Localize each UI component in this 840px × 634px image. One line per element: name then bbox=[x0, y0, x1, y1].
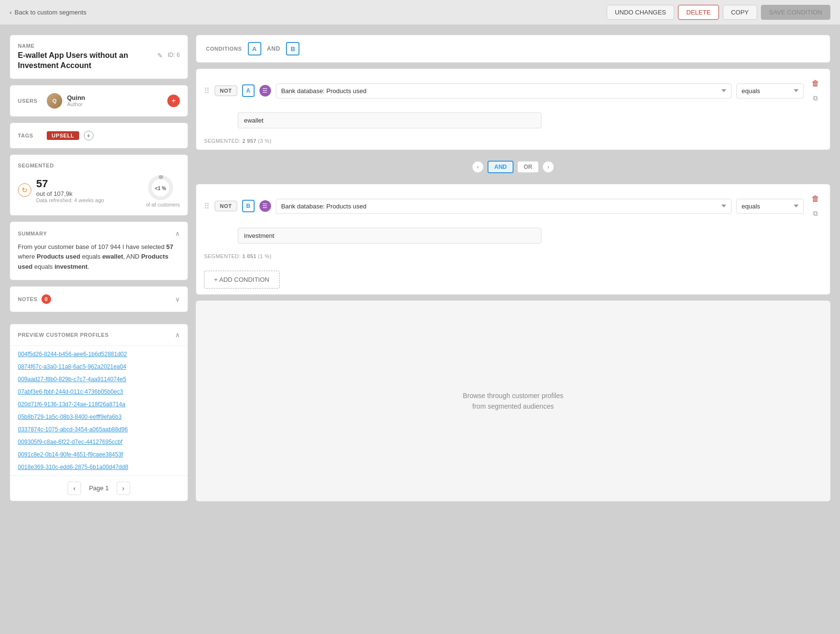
preview-collapse-icon[interactable]: ∧ bbox=[175, 331, 180, 339]
add-condition-button[interactable]: + ADD CONDITION bbox=[204, 271, 280, 289]
profile-link[interactable]: 0091c8e2-0b14-90fe-4651-f9caee38453f bbox=[10, 448, 188, 461]
copy-condition-b-button[interactable]: ⧉ bbox=[809, 207, 822, 220]
badge-b: B bbox=[242, 200, 255, 212]
summary-field1: Products used bbox=[37, 253, 80, 260]
seg-count: 57 bbox=[36, 178, 104, 190]
profile-list: 004f5d26-8244-b456-aee6-1b6d52881d020874… bbox=[10, 346, 188, 475]
users-label: USERS bbox=[18, 98, 42, 104]
summary-collapse-icon[interactable]: ∧ bbox=[175, 230, 180, 237]
profile-link[interactable]: 009aad27-f8b0-829b-c7c7-4aa9114074e5 bbox=[10, 373, 188, 386]
operator-select-a[interactable]: equals bbox=[736, 83, 804, 98]
seg-desc: of all customers bbox=[146, 202, 180, 207]
db-field-select-a[interactable]: Bank database: Products used bbox=[276, 83, 732, 98]
refresh-icon[interactable]: ↻ bbox=[18, 183, 31, 197]
notes-label: NOTES bbox=[18, 296, 38, 302]
prev-connector-button[interactable]: ‹ bbox=[472, 161, 484, 173]
segmented-info-b: SEGMENTED: 1 051 (1 %) bbox=[196, 249, 830, 265]
delete-condition-a-button[interactable]: 🗑 bbox=[809, 77, 822, 90]
operator-select-b[interactable]: equals bbox=[736, 199, 804, 214]
profile-link[interactable]: 020d71f6-9136-13d7-24ae-118f26a8714a bbox=[10, 398, 188, 411]
add-user-button[interactable]: + bbox=[167, 95, 180, 107]
not-button-a[interactable]: NOT bbox=[215, 85, 237, 96]
copy-condition-a-button[interactable]: ⧉ bbox=[809, 91, 822, 105]
value-input-b[interactable] bbox=[238, 228, 542, 244]
segmented-text-a: SEGMENTED: bbox=[204, 138, 241, 144]
avatar: Q bbox=[47, 93, 62, 109]
pagination: ‹ Page 1 › bbox=[10, 475, 188, 501]
user-name: Quinn bbox=[67, 94, 163, 101]
action-btns-b: 🗑 ⧉ bbox=[809, 192, 822, 220]
and-or-connector: ‹ AND OR › bbox=[196, 156, 830, 178]
left-panel: NAME E-wallet App Users without an Inves… bbox=[10, 35, 188, 501]
avatar-image: Q bbox=[47, 93, 62, 109]
or-button[interactable]: OR bbox=[517, 161, 539, 173]
and-button[interactable]: AND bbox=[488, 161, 514, 173]
back-link[interactable]: ‹ Back to custom segments bbox=[10, 9, 86, 16]
summary-val1: ewallet bbox=[102, 253, 123, 260]
profile-link[interactable]: 07abf3e6-fbbf-244d-011c-4736b05b0ec3 bbox=[10, 386, 188, 398]
preview-title: PREVIEW CUSTOMER PROFILES bbox=[18, 332, 108, 338]
profile-link[interactable]: 0018e369-310c-edd6-2875-6b1a00d47dd8 bbox=[10, 461, 188, 473]
segmented-pct-b: (1 %) bbox=[258, 253, 271, 259]
summary-text: From your customer base of 107 944 I hav… bbox=[18, 242, 180, 272]
summary-val2: investment bbox=[54, 263, 88, 270]
profile-link[interactable]: 009305f9-c8ae-6f22-d7ec-44127695ccbf bbox=[10, 436, 188, 448]
drag-handle-b[interactable]: ⠿ bbox=[204, 202, 210, 211]
action-btns-a: 🗑 ⧉ bbox=[809, 77, 822, 105]
edit-icon[interactable]: ✎ bbox=[157, 52, 163, 59]
not-button-b[interactable]: NOT bbox=[215, 201, 237, 211]
delete-button[interactable]: DELETE bbox=[678, 5, 719, 20]
main-content: NAME E-wallet App Users without an Inves… bbox=[0, 25, 840, 511]
notes-left: NOTES 0 bbox=[18, 294, 51, 304]
summary-card: SUMMARY ∧ From your customer base of 107… bbox=[10, 221, 188, 280]
segmented-pct-a: (3 %) bbox=[258, 138, 271, 144]
badge-a: A bbox=[242, 84, 255, 97]
next-page-button[interactable]: › bbox=[117, 482, 130, 495]
summary-text-6: . bbox=[88, 263, 90, 270]
condition-badge-a: A bbox=[248, 42, 261, 55]
copy-button[interactable]: COPY bbox=[723, 5, 757, 20]
browse-text: Browse through customer profilesfrom seg… bbox=[463, 390, 564, 412]
user-role: Author bbox=[67, 101, 163, 107]
back-chevron-icon: ‹ bbox=[10, 9, 12, 16]
next-connector-button[interactable]: › bbox=[542, 161, 554, 173]
summary-text-1: From your customer base of 107 944 I hav… bbox=[18, 243, 166, 250]
value-input-a[interactable] bbox=[238, 112, 542, 128]
back-link-label: Back to custom segments bbox=[14, 9, 86, 16]
summary-text-5: equals bbox=[32, 263, 54, 270]
notes-expand-icon[interactable]: ∨ bbox=[175, 295, 180, 303]
summary-label: SUMMARY bbox=[18, 231, 47, 236]
notes-card: NOTES 0 ∨ bbox=[10, 286, 188, 312]
segmented-label: SEGMENTED bbox=[18, 163, 180, 168]
segmented-count-b: 1 051 bbox=[242, 253, 256, 259]
user-info: Quinn Author bbox=[67, 94, 163, 107]
delete-condition-b-button[interactable]: 🗑 bbox=[809, 192, 822, 206]
segmented-info-a: SEGMENTED: 2 957 (3 %) bbox=[196, 134, 830, 150]
right-browse: Browse through customer profilesfrom seg… bbox=[196, 301, 830, 501]
notes-badge: 0 bbox=[41, 294, 51, 304]
seg-donut: <1 % bbox=[146, 173, 175, 202]
segmented-body: ↻ 57 out of 107,9k Data refreshed: 4 wee… bbox=[18, 173, 180, 207]
db-field-select-b[interactable]: Bank database: Products used bbox=[276, 199, 732, 214]
add-tag-button[interactable]: + bbox=[84, 131, 94, 140]
profile-link[interactable]: 004f5d26-8244-b456-aee6-1b6d52881d02 bbox=[10, 348, 188, 360]
tags-label: TAGS bbox=[18, 133, 42, 138]
profile-link[interactable]: 0337874c-1075-abcd-3454-a065aab88d96 bbox=[10, 423, 188, 436]
name-card: NAME E-wallet App Users without an Inves… bbox=[10, 35, 188, 79]
seg-total: out of 107,9k bbox=[36, 190, 104, 197]
segmented-text-b: SEGMENTED: bbox=[204, 253, 241, 259]
top-bar: ‹ Back to custom segments UNDO CHANGES D… bbox=[0, 0, 840, 25]
profile-link[interactable]: 0874f67c-a3a0-11a8-6ac5-962a2021ea04 bbox=[10, 360, 188, 373]
seg-refresh: Data refreshed: 4 weeks ago bbox=[36, 197, 104, 203]
conditions-and-label: AND bbox=[267, 45, 281, 52]
conditions-label: CONDITIONS bbox=[206, 46, 242, 52]
conditions-header-card: CONDITIONS A AND B bbox=[196, 35, 830, 63]
save-condition-button[interactable]: SAVE CONDITION bbox=[761, 5, 830, 20]
undo-button[interactable]: UNDO CHANGES bbox=[607, 5, 674, 20]
profile-link[interactable]: 05b8b729-1a5c-08b3-8400-eefff9efa6b3 bbox=[10, 411, 188, 423]
preview-header: PREVIEW CUSTOMER PROFILES ∧ bbox=[10, 324, 188, 346]
seg-count-block: 57 out of 107,9k Data refreshed: 4 weeks… bbox=[36, 178, 104, 203]
svg-point-0 bbox=[150, 177, 171, 198]
prev-page-button[interactable]: ‹ bbox=[68, 482, 81, 495]
drag-handle-a[interactable]: ⠿ bbox=[204, 86, 210, 96]
